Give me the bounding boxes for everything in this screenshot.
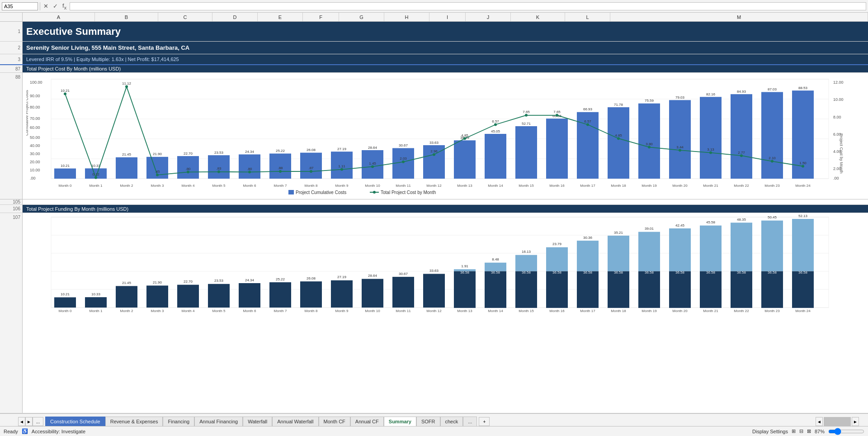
dot-24 [802,165,804,168]
col-header-f[interactable]: F [303,13,339,21]
accessibility-text[interactable]: Accessibility: Investigate [32,429,85,434]
chart1-row: 88 100.00 90.00 80.00 70.00 60.00 50.00 … [0,73,868,199]
svg-text:Month 8: Month 8 [305,309,318,313]
svg-text:Month 17: Month 17 [580,184,595,188]
svg-text:Month 5: Month 5 [212,184,226,188]
tab-financing[interactable]: Financing [163,417,194,426]
svg-text:Month 11: Month 11 [396,184,411,188]
row-num-2: 2 [0,42,23,54]
legend-bar-icon [288,190,294,194]
scroll-left[interactable]: ◄ [816,417,823,426]
dot-8 [310,170,312,173]
col-header-m[interactable]: M [610,13,868,21]
scroll-thumb[interactable] [824,417,851,426]
svg-text:Month 4: Month 4 [182,184,195,188]
subtitle-cell[interactable]: Serenity Senior Living, 555 Main Street,… [23,42,868,54]
tab-nav-ellipsis[interactable]: ... [33,417,43,426]
svg-text:Month 2: Month 2 [120,309,133,313]
bar-19 [638,104,660,179]
col-header-b[interactable]: B [95,13,158,21]
dot-13 [463,137,466,140]
display-settings[interactable]: Display Settings [752,429,788,434]
view-page-layout-icon[interactable]: ⊟ [799,428,803,434]
svg-text:.00: .00 [30,176,36,180]
view-normal-icon[interactable]: ⊞ [792,428,796,434]
dot-10 [371,165,374,168]
dot-15 [525,114,528,117]
svg-text:75.59: 75.59 [645,99,654,103]
svg-text:22.70: 22.70 [184,152,193,156]
row-88: 87 Total Project Cost By Month (millions… [0,65,868,73]
bar-23 [761,92,783,179]
svg-text:Month 22: Month 22 [734,309,749,313]
formula-input[interactable] [70,2,866,10]
svg-text:0.12: 0.12 [92,172,99,176]
col-header-k[interactable]: K [511,13,565,21]
confirm-icon[interactable]: ✓ [52,3,59,9]
tab-sofr[interactable]: SOFR [416,417,440,426]
dot-0 [64,93,66,95]
svg-text:21.45: 21.45 [122,152,132,156]
svg-text:Month 19: Month 19 [642,309,657,313]
tab-add[interactable]: + [479,417,490,426]
svg-text:36.58: 36.58 [798,270,808,275]
col-header-a[interactable]: A [23,13,95,21]
svg-text:36.58: 36.58 [583,270,593,275]
svg-text:36.58: 36.58 [645,270,654,275]
dot-2 [125,85,128,88]
tab-revenue-expenses[interactable]: Revenue & Expenses [105,417,163,426]
svg-text:36.58: 36.58 [768,270,777,275]
dot-16 [556,114,558,117]
bar2-eq-24 [792,271,814,308]
tab-annual-financing[interactable]: Annual Financing [194,417,243,426]
svg-text:Month 20: Month 20 [672,309,688,313]
bar2-eq-9 [331,280,353,308]
tab-annual-waterfall[interactable]: Annual Waterfall [272,417,318,426]
tab-nav-left[interactable]: ◄ [18,417,25,426]
bar2-debt-20 [669,228,691,271]
title-cell[interactable]: Executive Summary [23,22,868,41]
view-page-break-icon[interactable]: ⊠ [807,428,811,434]
tab-check[interactable]: check [440,417,463,426]
tab-month-cf[interactable]: Month CF [319,417,350,426]
tab-summary[interactable]: Summary [384,417,416,427]
bar2-eq-21 [700,271,722,308]
svg-text:82.16: 82.16 [706,92,716,96]
svg-text:42.45: 42.45 [675,223,685,227]
cancel-icon[interactable]: ✕ [42,3,50,9]
svg-text:40.00: 40.00 [30,143,40,148]
col-header-c[interactable]: C [158,13,212,21]
scroll-right[interactable]: ► [852,417,859,426]
tab-more[interactable]: ... [463,417,477,426]
col-header-e[interactable]: E [258,13,303,21]
svg-text:23.53: 23.53 [214,151,224,155]
svg-text:36.58: 36.58 [460,270,470,275]
col-header-l[interactable]: L [565,13,610,21]
col-header-h[interactable]: H [384,13,429,21]
bar2-eq-14 [485,271,506,308]
col-header-i[interactable]: I [429,13,466,21]
tab-waterfall[interactable]: Waterfall [243,417,272,426]
zoom-slider[interactable] [828,428,864,435]
tab-nav-right[interactable]: ► [25,417,33,426]
function-icon[interactable]: fx [61,2,68,10]
col-header-g[interactable]: G [339,13,384,21]
bar2-debt-19 [638,232,660,271]
col-header-j[interactable]: J [466,13,511,21]
svg-text:3.80: 3.80 [646,142,653,146]
svg-text:Month 24: Month 24 [795,309,811,313]
svg-text:.88: .88 [278,166,283,170]
tab-annual-cf[interactable]: Annual CF [350,417,384,426]
name-box[interactable]: A35 [2,2,38,10]
svg-text:2.10: 2.10 [769,156,776,160]
col-header-d[interactable]: D [212,13,258,21]
tab-construction-schedule[interactable]: Construction Schedule [45,417,105,426]
svg-text:28.64: 28.64 [368,274,377,278]
svg-text:10.00: 10.00 [30,168,40,172]
svg-text:21.90: 21.90 [153,280,162,284]
svg-text:.80: .80 [185,167,191,171]
svg-text:33.63: 33.63 [429,141,439,145]
row-num-106: 106 [0,205,23,213]
bar2-eq-3 [146,285,168,308]
svg-text:10.21: 10.21 [61,292,70,296]
